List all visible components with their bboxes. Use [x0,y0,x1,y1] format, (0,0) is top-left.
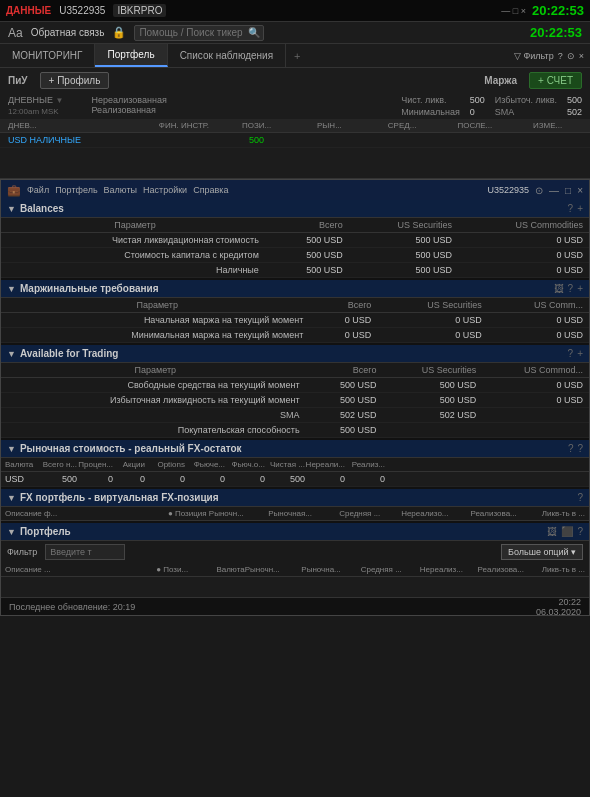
available-collapse[interactable]: ▼ [7,349,16,359]
fx-col-1[interactable]: Всего н... [41,460,77,469]
fxp-col-3[interactable]: Средняя ... [312,509,380,518]
th-param-balances[interactable]: Параметр [1,218,269,233]
portfolio-inner-icon1[interactable]: 🖼 [547,526,557,537]
fx-col-9[interactable]: Реализ... [345,460,385,469]
account-settings-menu[interactable]: Настройки [143,185,187,195]
available-add-icon[interactable]: + [577,348,583,359]
dnevnye-badge: ДНЕВНЫЕ ▼ [8,95,64,105]
port-col-2[interactable]: ВалютаРыночн... [188,565,280,574]
fxp-col-1[interactable]: ● Позиция Рыночн... [141,509,243,518]
port-col-0[interactable]: Описание ... [5,565,127,574]
account-currency-menu[interactable]: Валюты [104,185,137,195]
th-uscom-avail[interactable]: US Commod... [482,363,589,378]
th-us-sec-balances[interactable]: US Securities [349,218,458,233]
account-pin-icon[interactable]: ⊙ [535,185,543,196]
th-us-com-balances[interactable]: US Commodities [458,218,589,233]
col-hdr-3[interactable]: РЫН... [295,121,364,130]
question-icon[interactable]: ? [558,51,563,61]
account-help-menu[interactable]: Справка [193,185,228,195]
marginal-question-icon[interactable]: ? [568,283,574,294]
account-maximize-icon[interactable]: □ [565,185,571,196]
col-hdr-4[interactable]: СРЕД... [368,121,437,130]
th-total-avail[interactable]: Всего [310,363,383,378]
tab-add[interactable]: + [286,44,308,67]
fx-col-0[interactable]: Валюта [5,460,41,469]
account-titlebar: 💼 Файл Портфель Валюты Настройки Справка… [1,180,589,200]
col-hdr-2[interactable]: ПОЗИ... [222,121,291,130]
account-portfolio-menu[interactable]: Портфель [55,185,97,195]
portfolio-inner-collapse[interactable]: ▼ [7,527,16,537]
tab-watchlist[interactable]: Список наблюдения [168,44,286,67]
th-ussec-marginal[interactable]: US Securities [377,298,487,313]
col-hdr-6[interactable]: ИЗМЕ... [513,121,582,130]
close-tab-icon[interactable]: × [579,51,584,61]
col-hdr-0[interactable]: ДНЕВ... [8,121,146,130]
font-icon[interactable]: Aa [8,26,23,40]
col-hdr-5[interactable]: ПОСЛЕ... [441,121,510,130]
port-col-1[interactable]: ● Пози... [127,565,188,574]
more-options-button[interactable]: Больше опций ▾ [501,544,583,560]
port-col-5[interactable]: Нереализ... [402,565,463,574]
window-controls[interactable]: — □ × [501,6,526,16]
fxp-col-0[interactable]: Описание ф... [5,509,141,518]
balances-question-icon[interactable]: ? [568,203,574,214]
search-input[interactable] [134,25,264,41]
th-uscom-marginal[interactable]: US Comm... [488,298,589,313]
th-ussec-avail[interactable]: US Securities [382,363,482,378]
filter-icon[interactable]: ▽ Фильтр [514,51,554,61]
tab-monitoring[interactable]: МОНИТОРИНГ [0,44,95,67]
portfolio-inner-question-icon[interactable]: ? [577,526,583,537]
feedback-link[interactable]: Обратная связь [31,27,105,38]
account-icon: 💼 [7,184,21,197]
balances-title: Balances [20,203,64,214]
account-close-icon[interactable]: × [577,185,583,196]
portfolio-inner-title-row: ▼ Портфель [7,526,71,537]
fx-col-5[interactable]: Фьюче... [185,460,225,469]
fx-col-8[interactable]: Нереали... [305,460,345,469]
tab-portfolio[interactable]: Портфель [95,44,167,67]
marginal-img-icon[interactable]: 🖼 [554,283,564,294]
fx-market-collapse[interactable]: ▼ [7,444,16,454]
marginal-collapse[interactable]: ▼ [7,284,16,294]
balances-add-icon[interactable]: + [577,203,583,214]
balances-collapse[interactable]: ▼ [7,204,16,214]
portfolio-empty-inner [1,577,589,597]
fx-portfolio-question-icon[interactable]: ? [577,492,583,503]
fx-market-add-icon[interactable]: ? [577,443,583,454]
schet-button[interactable]: + СЧЕТ [529,72,582,89]
port-col-3[interactable]: Рыночна... [280,565,341,574]
fx-col-7[interactable]: Чистая ... [265,460,305,469]
available-question-icon[interactable]: ? [568,348,574,359]
extra-0 [513,135,582,145]
account-minimize-icon[interactable]: — [549,185,559,196]
fxp-col-6[interactable]: Ликв-ть в ... [517,509,585,518]
fxp-col-2[interactable]: Рыночная... [244,509,312,518]
portfolio-inner-icon2[interactable]: ⬛ [561,526,573,537]
port-col-7[interactable]: Ликв-ть в ... [524,565,585,574]
fx-col-3[interactable]: Акции [113,460,145,469]
port-col-6[interactable]: Реализова... [463,565,524,574]
portfolio-row2: ДНЕВНЫЕ ▼ 12:00am MSK Нереализованная Ре… [0,93,590,119]
available-param-1: Избыточная ликвидность на текущий момент [1,393,310,408]
fxp-col-4[interactable]: Нереализо... [380,509,448,518]
th-param-avail[interactable]: Параметр [1,363,310,378]
portfolio-filter-row: Фильтр Больше опций ▾ [1,541,589,563]
port-col-4[interactable]: Средняя ... [341,565,402,574]
th-total-balances[interactable]: Всего [269,218,349,233]
marginal-icons: 🖼 ? + [554,283,583,294]
pin-icon[interactable]: ⊙ [567,51,575,61]
fx-market-question-icon[interactable]: ? [568,443,574,454]
filter-input[interactable] [45,544,125,560]
fx-col-4[interactable]: Options [145,460,185,469]
account-file-menu[interactable]: Файл [27,185,49,195]
fx-col-2[interactable]: Процен... [77,460,113,469]
fxp-col-5[interactable]: Реализова... [449,509,517,518]
marginal-add-icon[interactable]: + [577,283,583,294]
th-total-marginal[interactable]: Всего [313,298,377,313]
th-param-marginal[interactable]: Параметр [1,298,313,313]
fx-portfolio-collapse[interactable]: ▼ [7,493,16,503]
col-hdr-1[interactable]: ФИН. ИНСТР. [150,121,219,130]
fx-col-6[interactable]: Фьюч.о... [225,460,265,469]
profile-button[interactable]: + Профиль [40,72,110,89]
available-uscom-1: 0 USD [482,393,589,408]
